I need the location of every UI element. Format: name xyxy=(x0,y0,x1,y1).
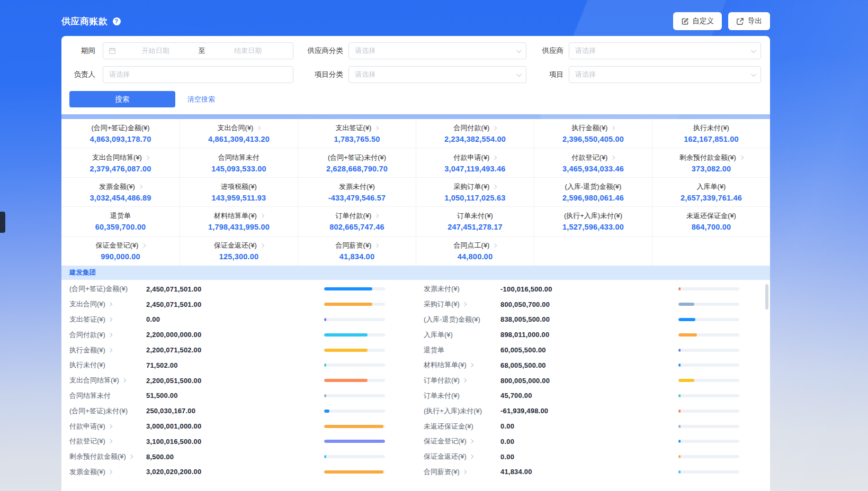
detail-row-value: 68,005,500.00 xyxy=(500,361,546,369)
summary-cell-label: 未返还保证金(¥) xyxy=(686,211,736,221)
detail-row-label: 合同薪资(¥) xyxy=(424,467,460,477)
detail-row-label: 保证金返还(¥) xyxy=(424,452,467,461)
summary-cell-value: 2,657,339,761.46 xyxy=(681,194,742,202)
detail-row: 采购订单(¥)800,050,700.00 xyxy=(424,297,739,312)
owner-select[interactable]: 请选择 xyxy=(103,66,293,83)
progress-bar xyxy=(324,394,385,397)
summary-cell[interactable]: 保证金登记(¥)990,000.00 xyxy=(61,237,180,266)
help-icon[interactable]: ? xyxy=(113,17,121,25)
chevron-right-icon[interactable] xyxy=(108,470,112,474)
company-detail: (合同+签证)金额(¥)2,450,071,501.00支出合同(¥)2,450… xyxy=(61,280,770,479)
summary-cell[interactable]: 订单付款(¥)802,665,747.46 xyxy=(298,207,416,236)
company-name[interactable]: 建发集团 xyxy=(69,268,96,277)
detail-row-labelwrap: 发票未付(¥) xyxy=(424,284,500,294)
project-category-placeholder: 请选择 xyxy=(355,70,375,79)
chevron-right-icon[interactable] xyxy=(129,454,133,459)
chevron-right-icon[interactable] xyxy=(122,378,126,383)
end-date-placeholder[interactable]: 结束日期 xyxy=(209,46,288,56)
chevron-right-icon[interactable] xyxy=(108,317,112,322)
detail-row-label: (合同+签证)未付(¥) xyxy=(69,406,128,416)
progress-bar-fill xyxy=(678,333,697,337)
date-range-input[interactable]: 开始日期 至 结束日期 xyxy=(103,42,293,59)
summary-cell-label: 合同结算未付 xyxy=(218,153,259,162)
detail-row-label: 付款申请(¥) xyxy=(69,422,105,431)
clear-search-link[interactable]: 清空搜索 xyxy=(187,95,215,104)
progress-bar xyxy=(678,287,739,290)
detail-row-labelwrap: 退货单 xyxy=(424,345,500,355)
detail-row: (入库-退货)金额(¥)838,005,500.00 xyxy=(424,312,739,328)
detail-row-labelwrap: 付款申请(¥) xyxy=(69,422,146,431)
summary-cell[interactable]: 采购订单(¥)1,050,117,025.63 xyxy=(416,178,534,207)
chevron-right-icon[interactable] xyxy=(469,439,473,443)
search-button[interactable]: 搜索 xyxy=(69,91,175,107)
export-button[interactable]: 导出 xyxy=(728,12,770,30)
period-label: 期间 xyxy=(61,46,103,56)
chevron-right-icon[interactable] xyxy=(462,378,467,383)
detail-row-label: 入库单(¥) xyxy=(424,330,453,340)
detail-row-value: 41,834.00 xyxy=(500,468,532,476)
progress-bar-fill xyxy=(324,440,385,443)
summary-cell[interactable]: 执行金额(¥)2,396,550,405.00 xyxy=(534,119,652,148)
chevron-right-icon xyxy=(256,126,261,130)
summary-cell[interactable]: 付款登记(¥)3,465,934,033.46 xyxy=(534,148,652,177)
detail-row-labelwrap: 支出签证(¥) xyxy=(69,315,146,324)
chevron-right-icon[interactable] xyxy=(462,302,467,306)
summary-cell-label: 付款登记(¥) xyxy=(572,153,608,162)
chevron-right-icon[interactable] xyxy=(108,348,112,352)
summary-cell[interactable]: 支出合同(¥)4,861,309,413.20 xyxy=(180,119,298,148)
detail-row-value: 3,000,001,000.00 xyxy=(146,422,201,430)
summary-cell: (执行+入库)未付(¥)1,527,596,433.00 xyxy=(534,207,652,236)
supplier-category-select[interactable]: 请选择 xyxy=(348,42,526,59)
chevron-right-icon[interactable] xyxy=(108,439,112,443)
project-select[interactable]: 请选择 xyxy=(569,66,761,83)
detail-row-label: 剩余预付款金额(¥) xyxy=(69,452,126,461)
summary-cell: 订单未付(¥)247,451,278.17 xyxy=(416,207,534,236)
progress-bar xyxy=(678,349,739,352)
detail-row-labelwrap: 入库单(¥) xyxy=(424,330,500,340)
detail-row-label: 执行金额(¥) xyxy=(69,345,105,355)
summary-cell[interactable]: 支出合同结算(¥)2,379,476,087.00 xyxy=(61,148,180,177)
summary-cell-value: 864,700.00 xyxy=(692,223,731,231)
progress-bar-fill xyxy=(678,394,681,397)
chevron-right-icon[interactable] xyxy=(469,363,473,367)
detail-row-value: 3,100,016,500.00 xyxy=(146,438,201,445)
summary-cell[interactable]: 发票金额(¥)3,032,454,486.89 xyxy=(61,178,180,207)
summary-cell[interactable]: 付款申请(¥)3,047,119,493.46 xyxy=(416,148,534,177)
progress-bar-fill xyxy=(678,455,681,458)
detail-row-value: 8,500.00 xyxy=(146,453,174,461)
customize-button[interactable]: 自定义 xyxy=(673,12,722,30)
summary-cell[interactable]: 合同点工(¥)44,800.00 xyxy=(416,237,534,266)
summary-cell[interactable]: 合同付款(¥)2,234,382,554.00 xyxy=(416,119,534,148)
supplier-select[interactable]: 请选择 xyxy=(569,42,761,59)
chevron-right-icon[interactable] xyxy=(108,424,112,428)
main-panel: (合同+签证)金额(¥)4,863,093,178.70支出合同(¥)4,861… xyxy=(61,119,770,491)
scrollbar-thumb[interactable] xyxy=(765,284,768,310)
search-row: 搜索 清空搜索 xyxy=(61,91,770,107)
detail-row-labelwrap: 支出合同(¥) xyxy=(69,299,146,309)
chevron-right-icon[interactable] xyxy=(469,454,473,459)
summary-cell[interactable]: 保证金返还(¥)125,300.00 xyxy=(180,237,298,266)
summary-cell-label: 材料结算单(¥) xyxy=(214,211,257,221)
summary-cell: 未返还保证金(¥)864,700.00 xyxy=(652,207,770,236)
progress-bar-fill xyxy=(324,379,368,382)
chevron-right-icon[interactable] xyxy=(462,470,467,474)
chevron-right-icon xyxy=(374,243,379,248)
chevron-right-icon[interactable] xyxy=(108,332,112,337)
chevron-right-icon xyxy=(739,155,744,159)
summary-cell[interactable]: 材料结算单(¥)1,798,431,995.00 xyxy=(180,207,298,236)
project-category-select[interactable]: 请选择 xyxy=(348,66,526,83)
chevron-down-icon xyxy=(516,71,522,77)
summary-cell[interactable]: 支出签证(¥)1,783,765.50 xyxy=(298,119,416,148)
summary-cell: 退货单60,359,700.00 xyxy=(61,207,180,236)
summary-cell[interactable]: 合同薪资(¥)41,834.00 xyxy=(298,237,416,266)
sidebar-collapse-handle[interactable] xyxy=(0,212,5,233)
summary-cell[interactable]: 剩余预付款金额(¥)373,082.00 xyxy=(652,148,770,177)
chevron-right-icon[interactable] xyxy=(108,302,112,306)
summary-cell-value: 4,861,309,413.20 xyxy=(208,135,270,143)
detail-row: 发票未付(¥)-100,016,500.00 xyxy=(424,281,739,297)
summary-cell-label: 执行金额(¥) xyxy=(572,123,608,133)
summary-grid: (合同+签证)金额(¥)4,863,093,178.70支出合同(¥)4,861… xyxy=(61,119,770,266)
chevron-right-icon xyxy=(260,243,264,248)
start-date-placeholder[interactable]: 开始日期 xyxy=(116,46,195,56)
detail-row-labelwrap: 执行未付(¥) xyxy=(69,360,146,370)
